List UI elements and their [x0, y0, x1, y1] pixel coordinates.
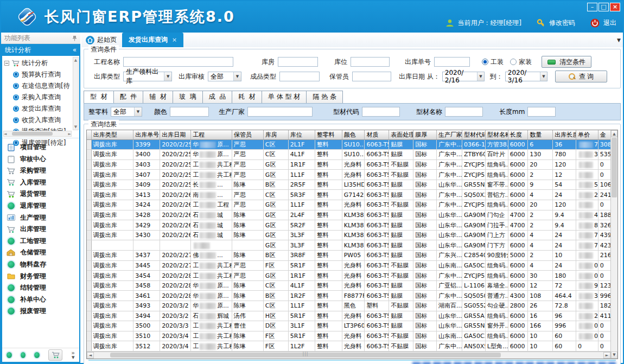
table-cell[interactable]: 广东中...	[437, 139, 462, 150]
table-cell[interactable]: 0	[598, 200, 610, 210]
table-cell[interactable]: 曹佳	[232, 321, 263, 331]
table-cell[interactable]: 2020/2/25	[160, 159, 191, 170]
column-header-出库日期[interactable]: 出库日期	[160, 130, 191, 139]
table-cell[interactable]: 国标	[413, 210, 437, 220]
table-cell[interactable]: 3458	[133, 280, 160, 291]
sidebar-item-财务管理[interactable]: 财务管理	[7, 272, 77, 281]
table-cell[interactable]: B区	[263, 180, 288, 190]
table-cell[interactable]: ZYCJP5...	[462, 170, 485, 180]
sidebar-group-header[interactable]: 统计分析 «	[1, 44, 80, 56]
table-cell[interactable]: C28540B	[462, 251, 485, 261]
table-cell[interactable]: 96	[553, 311, 576, 321]
table-row[interactable]: 调拨出库34372020/2/27佛...陈琳B区3R8F整料PW056063-…	[87, 251, 610, 261]
table-cell[interactable]: 6063-T5	[365, 311, 389, 321]
table-cell[interactable]: AN50X50X2	[462, 341, 485, 352]
table-cell[interactable]: 工共工程	[191, 260, 232, 271]
table-cell[interactable]: 1L2F	[288, 341, 315, 352]
table-row[interactable]: 调拨出库34612020/2/28华原...陈琳B区1R2F整料F8877FT6…	[87, 291, 610, 301]
table-cell[interactable]: ZYCJP5...	[462, 200, 485, 210]
table-cell[interactable]: 3430	[133, 230, 160, 240]
table-cell[interactable]: 5R1F	[288, 311, 315, 321]
table-cell[interactable]: 1R1F	[288, 159, 315, 170]
table-cell[interactable]: 整料	[315, 271, 342, 281]
table-cell[interactable]: 严思	[232, 260, 263, 271]
sidebar-item-入库管理[interactable]: 入库管理	[7, 178, 77, 187]
table-cell[interactable]: L-1106	[462, 280, 485, 291]
tree-item[interactable]: 采购入库查询	[4, 92, 73, 103]
sidebar-item-采购管理[interactable]: 采购管理	[7, 166, 77, 175]
table-cell[interactable]: 贴膜	[389, 240, 413, 251]
table-cell[interactable]: 调拨出库	[91, 291, 133, 301]
table-row[interactable]: 调拨出库34542020/2/28工共工程严思G区1R1F整料光身料6063-T…	[87, 271, 610, 281]
table-cell[interactable]: 708	[576, 139, 598, 150]
table-cell[interactable]: 整料	[315, 251, 342, 261]
table-cell[interactable]: 国标	[413, 200, 437, 210]
table-cell[interactable]: 华原...	[191, 139, 232, 150]
table-row[interactable]: 调拨出库34292020/2/26石城陈琳G区5R2F整料KLM38176063…	[87, 220, 610, 231]
table-cell[interactable]: 光身料	[342, 311, 365, 321]
table-cell[interactable]: 广东中...	[437, 150, 462, 160]
table-cell[interactable]: 90度转角	[485, 251, 508, 261]
sidebar-item-出库管理[interactable]: 出库管理	[7, 225, 77, 234]
table-cell[interactable]: 门拉手...	[485, 220, 508, 231]
table-cell[interactable]: 6	[528, 139, 553, 150]
table-cell[interactable]: 6063-T5	[365, 230, 389, 240]
table-cell[interactable]: 国标	[413, 301, 437, 311]
table-cell[interactable]: 2800	[508, 301, 528, 311]
table-cell[interactable]: 10	[528, 331, 553, 341]
table-cell[interactable]: 组角码...	[485, 170, 508, 180]
table-cell[interactable]: 国标	[413, 260, 437, 271]
table-cell[interactable]: 0	[598, 321, 610, 331]
table-cell[interactable]: 2020/2/25	[160, 170, 191, 180]
table-row[interactable]: 调拨出库34942020/3/2石辉城汤伟H区5R1F整料光身料6063-T5贴…	[87, 311, 610, 321]
sidebar-item-退货管理[interactable]: 退货管理	[7, 189, 77, 199]
table-cell[interactable]: 5000	[508, 251, 528, 261]
table-row[interactable]: 调拨出库34092020/2/25长...陈琳B区2R5F整料LI35HD606…	[87, 180, 610, 190]
table-cell[interactable]: 调拨出库	[91, 180, 133, 190]
tree-item[interactable]: 发货出库查询	[4, 103, 73, 114]
table-cell[interactable]: 3494	[133, 311, 160, 321]
table-cell[interactable]: C区	[263, 139, 288, 150]
table-cell[interactable]: SU10...	[342, 150, 365, 160]
table-cell[interactable]: 贴膜	[389, 180, 413, 190]
tree-root-node[interactable]: 统计分析	[4, 58, 73, 69]
sidebar-item-生产管理[interactable]: 生产管理	[7, 213, 77, 222]
table-cell[interactable]: G区	[263, 170, 288, 180]
table-cell[interactable]: 24	[553, 240, 576, 251]
tree-item[interactable]: 预算执行查询	[4, 69, 73, 80]
column-header-出库长度[interactable]: 出库长度	[553, 130, 576, 139]
table-cell[interactable]: G区	[263, 220, 288, 231]
table-cell[interactable]: 调拨出库	[91, 220, 133, 231]
table-cell[interactable]: 石辉城	[191, 311, 232, 321]
factory-input[interactable]	[247, 107, 313, 117]
table-cell[interactable]: 2020/2/27	[160, 251, 191, 261]
overflow-chevron-icon[interactable]: »▾	[71, 351, 75, 360]
table-cell[interactable]: 光身料	[342, 260, 365, 271]
table-cell[interactable]: 2	[528, 251, 553, 261]
table-cell[interactable]: 6063-T5	[365, 220, 389, 231]
table-cell[interactable]: 调拨出库	[91, 271, 133, 281]
table-cell[interactable]: 12	[528, 280, 553, 291]
table-cell[interactable]: 不贴膜	[389, 271, 413, 281]
table-cell[interactable]	[576, 170, 598, 180]
table-cell[interactable]: 996	[598, 291, 610, 301]
table-cell[interactable]: 0	[598, 260, 610, 271]
table-cell[interactable]: 窗外开...	[485, 321, 508, 331]
table-cell[interactable]: 整料	[315, 321, 342, 331]
table-row[interactable]: 调拨出库33992020/2/25华原...严思C区2L1F整料SU10...6…	[87, 139, 610, 150]
table-cell[interactable]: GR55N26	[462, 321, 485, 331]
table-cell[interactable]: 6063-T5	[365, 170, 389, 180]
table-cell[interactable]: 36	[553, 139, 576, 150]
vertical-scroll-thumb[interactable]	[612, 138, 617, 197]
collapse-icon[interactable]: «	[73, 46, 77, 54]
table-cell[interactable]: 4L1F	[288, 150, 315, 160]
material-tab-成品[interactable]: 成 品	[202, 91, 233, 103]
column-header-数量[interactable]: 数量	[528, 130, 553, 139]
tree-horizontal-scrollbar[interactable]: ◄►	[3, 131, 72, 137]
table-cell[interactable]: 1L1F	[288, 301, 315, 311]
table-cell[interactable]: 华原...	[191, 150, 232, 160]
table-cell[interactable]: 陈琳	[232, 331, 263, 341]
clear-conditions-button[interactable]: 清空条件	[542, 56, 591, 68]
table-cell[interactable]: 6063-T5	[365, 331, 389, 341]
table-cell[interactable]: 20	[528, 200, 553, 210]
